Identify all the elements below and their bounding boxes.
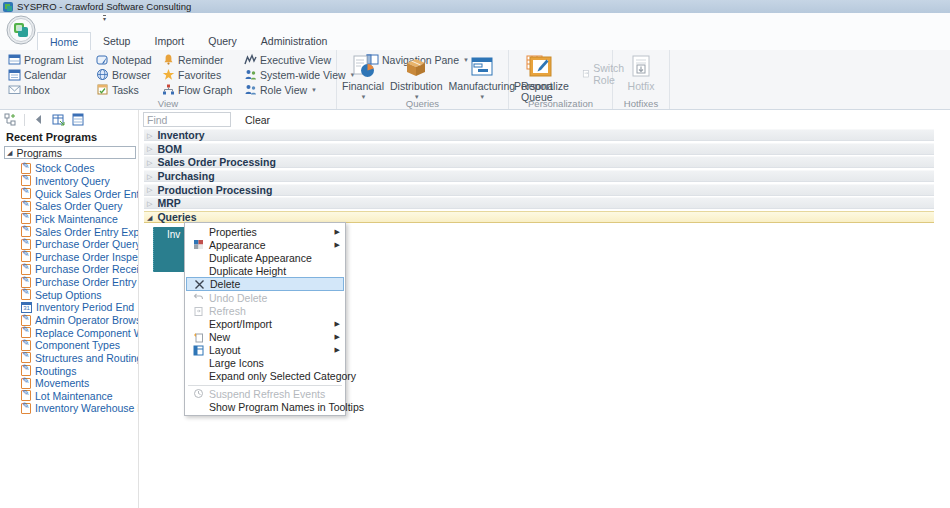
sidebar-item-pick-maintenance[interactable]: Pick Maintenance [21,213,138,226]
program-list-button[interactable]: Program List [6,53,94,66]
menu-item-undo-delete[interactable]: Undo Delete [186,291,344,304]
menu-item-suspend-refresh-events[interactable]: Suspend Refresh Events [186,387,344,400]
tasks-button[interactable]: Tasks [94,83,160,96]
sidebar-item-setup-options[interactable]: Setup Options [21,288,138,301]
menu-item-large-icons[interactable]: Large Icons [186,357,344,370]
programs-root-node[interactable]: ◢ Programs [4,146,136,159]
menu-item-duplicate-height[interactable]: Duplicate Height [186,264,344,277]
program-icon [21,378,31,389]
financial-button[interactable]: Financial ▼ [339,52,387,103]
menu-item-appearance[interactable]: Appearance ▶ [186,238,344,251]
sidebar-item-admin-operator-browse[interactable]: Admin Operator Browse [21,314,138,327]
people-icon [244,83,257,96]
category-mrp[interactable]: ▷MRP [144,197,934,209]
category-inventory[interactable]: ▷Inventory [144,129,934,141]
app-window: SYSPRO - Crawford Software Consulting ▾ … [0,0,950,508]
appearance-icon [193,239,204,250]
menu-item-new[interactable]: New ▶ [186,331,344,344]
menu-item-delete[interactable]: Delete [186,277,344,291]
sidebar-item-lot-maintenance[interactable]: Lot Maintenance [21,390,138,403]
sidebar-item-component-types[interactable]: Component Types [21,339,138,352]
favorites-button[interactable]: Favorites [160,68,242,81]
program-icon [21,264,31,275]
sidebar-item-purchase-order-receipts[interactable]: Purchase Order Receipts [21,263,138,276]
flow-graph-button[interactable]: Flow Graph [160,83,242,96]
quick-access-toolbar-caret-icon[interactable]: ▾ [103,15,106,22]
sidebar-toolbar [0,110,138,128]
switch-role-icon [582,67,590,80]
personalize-button[interactable]: Personalize [511,52,572,92]
clear-button[interactable]: Clear [245,114,270,126]
category-bom[interactable]: ▷BOM [144,143,934,155]
distribution-button[interactable]: Distribution ▼ [387,52,446,103]
sidebar-item-sales-order-entry-express[interactable]: Sales Order Entry Express [21,225,138,238]
menu-item-duplicate-appearance[interactable]: Duplicate Appearance [186,251,344,264]
sidebar-item-purchase-order-inspection[interactable]: Purchase Order Inspection [21,250,138,263]
sidebar-item-inventory-query[interactable]: Inventory Query [21,175,138,188]
menu-item-layout[interactable]: Layout ▶ [186,344,344,357]
tab-setup[interactable]: Setup [91,32,142,50]
hotfix-button[interactable]: Hotfix [625,52,658,92]
new-tree-icon[interactable] [4,113,17,126]
sidebar-item-stock-codes[interactable]: Stock Codes [21,162,138,175]
menu-item-properties[interactable]: Properties ▶ [186,225,344,238]
ribbon-empty-area [670,50,950,109]
menu-item-expand-only-selected-category[interactable]: Expand only Selected Category [186,370,344,383]
sidebar-item-sales-order-query[interactable]: Sales Order Query [21,200,138,213]
chevron-right-icon: ▷ [147,186,152,193]
app-icon [3,2,13,12]
syspro-logo-button[interactable] [6,15,36,45]
notepad-icon [96,53,109,66]
inbox-button[interactable]: Inbox [6,83,94,96]
ribbon-tabs: Home Setup Import Query Administration [37,32,339,50]
browser-button[interactable]: Browser [94,68,160,81]
sidebar-item-quick-sales-order-entry[interactable]: Quick Sales Order Entry [21,187,138,200]
program-icon [21,365,31,376]
sidebar-item-purchase-order-query[interactable]: Purchase Order Query [21,238,138,251]
sidebar-item-movements[interactable]: Movements [21,377,138,390]
menu-item-export-import[interactable]: Export/Import ▶ [186,318,344,331]
tasks-icon [96,83,109,96]
menu-separator [188,385,342,386]
bell-icon [162,53,175,66]
find-input[interactable] [143,112,231,127]
sidebar-item-replace-component-where[interactable]: Replace Component Wher... [21,326,138,339]
personalize-icon [528,54,554,80]
sidebar-item-purchase-order-entry[interactable]: Purchase Order Entry [21,276,138,289]
program-icon [21,352,31,363]
tab-query[interactable]: Query [196,32,249,50]
workspace: Recent Programs ◢ Programs Stock Codes I… [0,110,950,508]
sidebar-item-inventory-period-end[interactable]: Inventory Period End [21,301,138,314]
program-icon [21,188,31,199]
chevron-right-icon: ▷ [147,145,152,152]
dropdown-arrow-icon: ▼ [311,87,317,93]
program-list-icon [8,53,21,66]
menu-item-show-program-names-in-tooltips[interactable]: Show Program Names in Tooltips [186,400,344,413]
list-grid-icon[interactable] [72,113,85,126]
program-icon [21,213,31,224]
category-sales-order-processing[interactable]: ▷Sales Order Processing [144,156,934,168]
sidebar-item-structures-and-routings[interactable]: Structures and Routings [21,352,138,365]
program-icon [21,201,31,212]
program-icon [21,239,31,250]
menu-item-refresh[interactable]: Refresh [186,304,344,317]
notepad-button[interactable]: Notepad [94,53,160,66]
sidebar-item-inventory-warehouse-maintenance[interactable]: Inventory Warehouse Main... [21,402,138,415]
manufacturing-button[interactable]: Manufacturing ▼ [446,52,519,103]
sidebar-item-routings[interactable]: Routings [21,364,138,377]
tab-import[interactable]: Import [142,32,196,50]
category-purchasing[interactable]: ▷Purchasing [144,170,934,182]
calendar-button[interactable]: Calendar [6,68,94,81]
export-grid-icon[interactable] [52,113,65,126]
tab-home[interactable]: Home [37,32,91,50]
group-label-view: View [0,98,336,109]
window-title: SYSPRO - Crawford Software Consulting [17,1,191,12]
recent-programs-pane: Recent Programs ◢ Programs Stock Codes I… [0,110,139,508]
category-production-processing[interactable]: ▷Production Processing [144,184,934,196]
chevron-expanded-icon: ◢ [147,214,152,221]
undo-icon [193,292,204,303]
reminder-button[interactable]: Reminder [160,53,242,66]
tree-expanded-icon[interactable]: ◢ [7,149,12,156]
back-arrow-icon[interactable] [32,113,45,126]
tab-administration[interactable]: Administration [249,32,340,50]
